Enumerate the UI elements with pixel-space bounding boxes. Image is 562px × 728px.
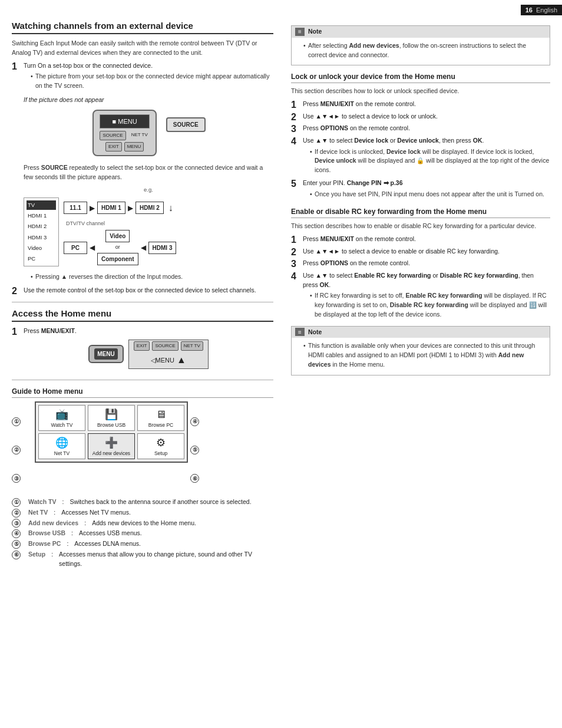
lock-step-2-content: Use ▲▼◄► to select a device to lock or u… bbox=[303, 112, 550, 123]
page-badge: 16 English bbox=[521, 5, 562, 15]
note-icon-1 bbox=[295, 28, 305, 36]
browse-usb-icon: 💾 bbox=[105, 409, 118, 420]
menu-item-watch-tv: 📺 Watch TV bbox=[38, 405, 85, 431]
video-component: Video or Component bbox=[97, 230, 138, 265]
page-language: English bbox=[536, 6, 557, 14]
note-label-1: Note bbox=[308, 27, 322, 37]
ann-5: ⑤ bbox=[190, 446, 199, 454]
down-arrow: ↓ bbox=[168, 201, 173, 215]
legend-num-2: ② bbox=[12, 508, 25, 518]
legend-ann-1: ① bbox=[12, 498, 21, 507]
input-hdmi3: HDMI 3 bbox=[27, 233, 56, 242]
rc-step-4-bullet: If RC key forwarding is set to off, Enab… bbox=[310, 291, 550, 319]
legend-ann-6: ⑥ bbox=[12, 551, 21, 559]
arrow-3: ◀ bbox=[90, 242, 95, 253]
legend-ann-5: ⑤ bbox=[12, 540, 21, 549]
menu-item-add-devices: ➕ Add new devices bbox=[88, 433, 135, 459]
add-devices-icon: ➕ bbox=[105, 437, 118, 448]
lock-step-5-bullets: Once you have set PIN, PIN input menu do… bbox=[310, 190, 550, 199]
section-guide-home: Guide to Home menu ① ② ③ 📺 Watch TV bbox=[12, 387, 273, 569]
ann-left: ① ② ③ bbox=[12, 401, 21, 493]
section-home-menu: Access the Home menu 1 Press MENU/EXIT. … bbox=[12, 308, 273, 374]
menu-grid-outer: 📺 Watch TV 💾 Browse USB 🖥 Browse PC bbox=[35, 401, 188, 463]
legend-desc-1: Switches back to the antenna source if a… bbox=[70, 498, 273, 507]
legend-colon-5: : bbox=[67, 539, 68, 549]
step-num-2: 2 bbox=[12, 286, 20, 297]
lock-step-2: 2 Use ▲▼◄► to select a device to lock or… bbox=[291, 112, 550, 123]
rc-step-4-bullets: If RC key forwarding is set to off, Enab… bbox=[310, 291, 550, 319]
source-button: SOURCE bbox=[166, 117, 206, 132]
step-home-num-1: 1 bbox=[12, 327, 20, 374]
menu-grid: 📺 Watch TV 💾 Browse USB 🖥 Browse PC bbox=[38, 405, 184, 459]
menu-right-remote: EXIT SOURCE NET TV ◁MENU ▲ bbox=[128, 340, 209, 369]
lock-step-num-2: 2 bbox=[291, 112, 299, 123]
left-column: Watching channels from an external devic… bbox=[12, 21, 273, 574]
menu-item-browse-pc: 🖥 Browse PC bbox=[137, 405, 184, 431]
lock-step-2-text: Use ▲▼◄► to select a device to lock or u… bbox=[303, 113, 438, 120]
ann-3: ③ bbox=[12, 474, 21, 483]
legend-num-6: ⑥ bbox=[12, 550, 25, 569]
ann-1: ① bbox=[12, 417, 21, 426]
step-1-content: Turn On a set-top box or the connected d… bbox=[24, 61, 273, 284]
source-remote-btn: SOURCE bbox=[152, 341, 178, 351]
menu-btn: MENU bbox=[124, 142, 144, 151]
menu-item-browse-usb: 💾 Browse USB bbox=[88, 405, 135, 431]
note-2-bullets: This function is available only when you… bbox=[303, 341, 545, 369]
step-2-watching: 2 Use the remote control of the set-top … bbox=[12, 286, 273, 297]
legend-name-5: Browse PC bbox=[28, 539, 61, 549]
step-1-bullet-1: The picture from your set-top box or the… bbox=[31, 72, 273, 91]
lock-step-4-bullet: If device lock is unlocked, Device lock … bbox=[310, 147, 550, 175]
rc-step-num-3: 3 bbox=[291, 259, 299, 269]
setup-icon: ⚙ bbox=[156, 437, 166, 448]
note-header-1: Note bbox=[292, 26, 550, 38]
legend-name-3: Add new devices bbox=[28, 519, 78, 528]
rc-intro: This section describes how to enable or … bbox=[291, 222, 550, 231]
net-tv-label: Net TV bbox=[54, 450, 70, 456]
legend-desc-6: Accesses menus that allow you to change … bbox=[59, 550, 273, 569]
rc-step-3-text: Press OPTIONS on the remote control. bbox=[303, 259, 410, 266]
pressing-bullet: Pressing ▲ reverses the direction of the… bbox=[31, 272, 273, 282]
menu-annotation-wrapper: ① ② ③ 📺 Watch TV 💾 Browse USB bbox=[12, 401, 273, 493]
rc-step-num-2: 2 bbox=[291, 247, 299, 258]
lock-step-5: 5 Enter your PIN. Change PIN ➡ p.36 Once… bbox=[291, 179, 550, 201]
legend-name-4: Browse USB bbox=[28, 529, 65, 538]
right-column: Note After selecting Add new devices, fo… bbox=[285, 21, 550, 574]
rc-step-1-content: Press MENU/EXIT on the remote control. bbox=[303, 235, 550, 245]
step-home-1-text: Press MENU/EXIT. bbox=[24, 327, 77, 334]
source-arrow: SOURCE bbox=[165, 116, 207, 133]
lock-step-4: 4 Use ▲▼ to select Device lock or Device… bbox=[291, 136, 550, 177]
legend-num-5: ⑤ bbox=[12, 539, 25, 549]
hdmi2-box: HDMI 2 bbox=[135, 202, 164, 214]
legend-item-6: ⑥ Setup : Accesses menus that allow you … bbox=[12, 550, 273, 569]
legend-desc-3: Adds new devices to the Home menu. bbox=[92, 519, 273, 528]
step-2-content: Use the remote control of the set-top bo… bbox=[24, 286, 273, 297]
legend-colon-1: : bbox=[62, 498, 64, 507]
rc-step-1-text: Press MENU/EXIT on the remote control. bbox=[303, 235, 416, 242]
input-hdmi1: HDMI 1 bbox=[27, 211, 56, 220]
flow-diagram: TV HDMI 1 HDMI 2 HDMI 3 Video PC 11.1 bbox=[24, 197, 273, 269]
if-picture-label: If the picture does not appear bbox=[24, 95, 273, 105]
input-pc: PC bbox=[27, 254, 56, 263]
remote-display: ■ MENU bbox=[100, 114, 149, 129]
lock-step-num-4: 4 bbox=[291, 136, 299, 177]
note-2-bullet: This function is available only when you… bbox=[303, 341, 545, 369]
legend-desc-2: Accesses Net TV menus. bbox=[61, 508, 273, 518]
exit-btn: EXIT bbox=[105, 142, 122, 151]
lock-step-list: 1 Press MENU/EXIT on the remote control.… bbox=[291, 100, 550, 200]
step-home-1-content: Press MENU/EXIT. MENU EXIT SOUR bbox=[24, 327, 273, 374]
legend-colon-4: : bbox=[71, 529, 73, 538]
video-box: Video bbox=[105, 230, 130, 242]
step-1-text: Turn On a set-top box or the connected d… bbox=[24, 62, 153, 69]
section-lock-unlock: Lock or unlock your device from the Home… bbox=[291, 73, 550, 200]
input-video: Video bbox=[27, 243, 56, 253]
section-title-home: Access the Home menu bbox=[12, 308, 273, 322]
watch-tv-icon: 📺 bbox=[55, 409, 68, 420]
input-hdmi2: HDMI 2 bbox=[27, 222, 56, 231]
ann-4: ④ bbox=[190, 417, 199, 426]
legend-colon-6: : bbox=[51, 550, 53, 569]
lock-step-4-content: Use ▲▼ to select Device lock or Device u… bbox=[303, 136, 550, 177]
legend-num-4: ④ bbox=[12, 529, 25, 538]
rc-step-num-4: 4 bbox=[291, 271, 299, 321]
legend-item-1: ① Watch TV : Switches back to the antenn… bbox=[12, 498, 273, 507]
section-rc-forwarding: Enable or disable RC key forwarding from… bbox=[291, 207, 550, 321]
